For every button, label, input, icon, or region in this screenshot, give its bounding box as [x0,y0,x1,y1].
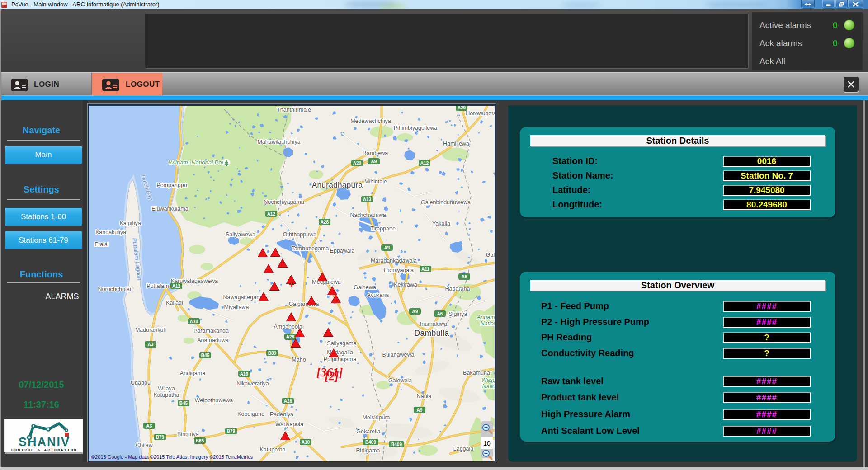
svg-text:Nationa: Nationa [482,383,495,390]
svg-text:Madurankuli: Madurankuli [135,327,166,333]
svg-text:CONTROL & AUTOMATION: CONTROL & AUTOMATION [11,448,77,452]
svg-text:Galnewa: Galnewa [354,284,376,291]
svg-text:A29: A29 [458,106,466,110]
svg-text:A11: A11 [421,267,429,272]
svg-text:A10: A10 [302,440,310,445]
svg-text:Katupotha: Katupotha [260,446,286,453]
svg-text:Nochchiyagama: Nochchiyagama [264,199,304,205]
svg-text:B409: B409 [365,440,376,445]
svg-text:B79: B79 [156,435,165,440]
svg-text:A9: A9 [371,159,377,164]
svg-text:Sigiriya: Sigiriya [449,311,467,317]
svg-text:Galewela: Galewela [388,377,412,384]
svg-text:Rambewa: Rambewa [363,150,388,156]
svg-text:Yakalla: Yakalla [432,221,450,227]
svg-text:A9: A9 [417,408,423,413]
svg-text:A3: A3 [146,423,152,428]
svg-text:Udappu: Udappu [131,380,151,386]
svg-text:Habarana: Habarana [445,286,470,292]
svg-text:Galenbindunuwewa: Galenbindunuwewa [421,199,471,206]
svg-text:Medawachchiya: Medawachchiya [350,118,391,124]
svg-text:A20: A20 [353,161,362,166]
svg-text:A6: A6 [437,311,443,316]
svg-text:Horowupota: Horowupota [466,110,495,117]
svg-text:Bakamuna: Bakamuna [463,370,490,376]
svg-text:Tirappane: Tirappane [370,226,396,232]
svg-text:Ridigama: Ridigama [356,447,380,454]
svg-text:Anamaduwa: Anamaduwa [197,337,229,343]
svg-text:Eluwankulama: Eluwankulama [151,206,188,212]
svg-text:Inamaluwa: Inamaluwa [420,321,447,327]
svg-text:Kobeigane: Kobeigane [237,411,264,417]
svg-text:A28: A28 [321,220,329,225]
svg-text:A28: A28 [284,399,292,404]
svg-text:B45: B45 [179,401,188,406]
svg-text:Thoniyagala: Thoniyagala [383,267,414,273]
svg-text:Norochcholai: Norochcholai [98,286,131,292]
svg-text:Maradankadawala: Maradankadawala [371,258,417,264]
svg-text:A10: A10 [190,319,198,324]
svg-text:A10: A10 [240,371,249,376]
svg-text:Angamm: Angamm [476,314,495,320]
svg-text:Laggala: Laggala [453,446,474,452]
svg-text:Bingiriya: Bingiriya [177,431,199,437]
svg-text:10: 10 [483,440,491,447]
svg-text:Saliyagama: Saliyagama [327,340,356,347]
svg-text:Wariyapola: Wariyapola [275,421,303,428]
svg-text:Wilpattu National Park: Wilpattu National Park [169,159,227,166]
svg-text:Puttalam: Puttalam [146,283,169,289]
svg-text:Thanthirimale: Thanthirimale [277,107,311,113]
svg-text:Oththappuwa: Oththappuwa [283,231,316,238]
svg-text:Anuradhapura: Anuradhapura [312,181,363,189]
svg-text:Mihintale: Mihintale [364,179,387,185]
svg-text:Nachchaduwa: Nachchaduwa [350,212,386,218]
svg-text:Gokarella: Gokarella [356,428,381,435]
svg-text:Naula: Naula [417,393,432,400]
svg-text:Tambuttegama: Tambuttegama [292,245,329,252]
svg-text:Kandakuliya: Kandakuliya [95,229,126,235]
svg-text:Avukana: Avukana [367,292,389,298]
svg-text:A13: A13 [363,197,372,202]
svg-text:Eppawala: Eppawala [330,248,355,254]
svg-text:SHANIV: SHANIV [19,435,70,449]
svg-text:Nationa: Nationa [480,320,495,327]
svg-text:Dambulla: Dambulla [414,329,449,338]
svg-text:B89: B89 [268,351,277,356]
svg-text:Etalai: Etalai [94,241,108,248]
svg-text:Polpithigama: Polpithigama [324,356,356,362]
svg-text:Padeniya: Padeniya [270,411,293,418]
svg-text:Kalpitiya: Kalpitiya [119,220,141,226]
svg-text:Pihimbiyagollewa: Pihimbiyagollewa [394,125,438,131]
svg-text:A12: A12 [172,284,181,289]
svg-text:Miyallawa: Miyallawa [224,304,249,310]
svg-text:Kekirawa: Kekirawa [394,282,417,288]
svg-text:A28: A28 [286,334,295,339]
svg-text:Chilaw: Chilaw [136,442,153,448]
svg-text:A9: A9 [412,309,418,314]
svg-text:Bulanawewa: Bulanawewa [382,352,415,358]
svg-text:A12: A12 [267,212,276,216]
svg-text:Pomparippu: Pomparippu [156,182,187,188]
svg-text:Melsiripura: Melsiripura [362,414,390,421]
svg-text:B45: B45 [201,353,210,358]
svg-text:B65: B65 [196,438,204,443]
svg-text:A3: A3 [148,342,154,347]
svg-text:B79: B79 [227,429,236,434]
svg-text:Saliyawewa: Saliyawewa [226,231,255,238]
svg-text:Nikaweratiya: Nikaweratiya [236,381,269,387]
svg-text:A9: A9 [384,245,390,250]
svg-text:Wasga: Wasga [481,377,495,383]
svg-text:Hamillewa: Hamillewa [443,141,469,147]
svg-text:A6: A6 [462,274,467,279]
svg-text:Galo: Galo [486,252,495,258]
svg-text:©2015 Google - Map data ©2015: ©2015 Google - Map data ©2015 Tele Atlas… [91,454,253,460]
svg-text:Andigama: Andigama [180,370,205,376]
svg-text:Paramakanda: Paramakanda [193,328,229,334]
svg-text:Mahawilachchiya: Mahawilachchiya [257,139,300,145]
svg-text:Kalladi: Kalladi [166,300,183,306]
svg-text:Welpothuwewa: Welpothuwewa [195,397,233,404]
svg-text:[2]: [2] [325,369,339,383]
svg-text:B409: B409 [391,442,402,447]
svg-text:A12: A12 [420,161,429,166]
svg-text:Maho: Maho [292,357,306,363]
